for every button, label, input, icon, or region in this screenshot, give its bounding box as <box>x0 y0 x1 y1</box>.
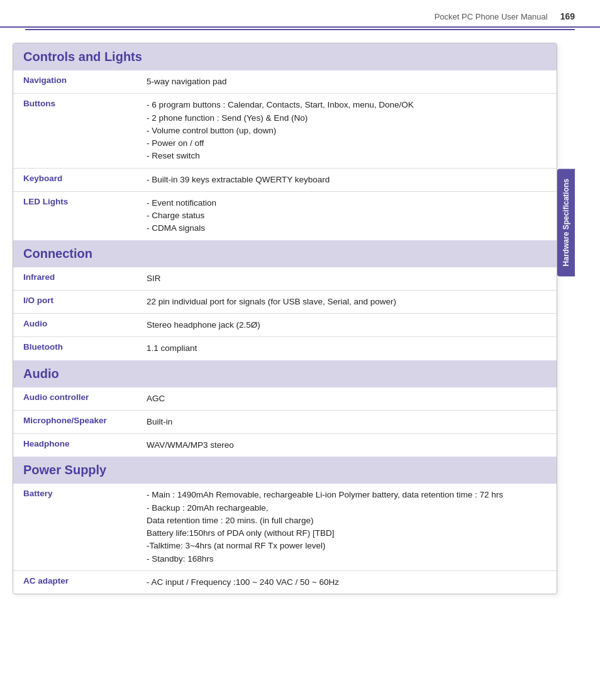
spec-label-connection-0: Infrared <box>13 267 139 291</box>
spec-label-connection-2: Audio <box>13 314 139 337</box>
sidebar-tab: Hardware Specifications <box>557 169 575 276</box>
spec-value-audio-1: Built-in <box>139 410 557 433</box>
spec-label-power-supply-0: Battery <box>13 484 139 570</box>
spec-table-power-supply: Battery- Main : 1490mAh Removable, recha… <box>13 484 557 594</box>
spec-value-connection-1: 22 pin individual port for signals (for … <box>139 290 557 313</box>
table-row: AudioStereo headphone jack (2.5Ø) <box>13 314 557 337</box>
spec-value-audio-0: AGC <box>139 387 557 411</box>
table-row: Microphone/SpeakerBuilt-in <box>13 410 557 433</box>
spec-label-controls-and-lights-1: Buttons <box>13 94 139 168</box>
table-row: Audio controllerAGC <box>13 387 557 411</box>
spec-label-connection-3: Bluetooth <box>13 337 139 360</box>
spec-value-line: - 6 program buttons : Calendar, Contacts… <box>147 99 549 111</box>
spec-value-controls-and-lights-0: 5-way navigation pad <box>139 70 557 94</box>
spec-value-controls-and-lights-2: - Built-in 39 keys extractable QWERTY ke… <box>139 168 557 191</box>
section-header-power-supply: Power Supply <box>13 457 557 484</box>
spec-value-connection-2: Stereo headphone jack (2.5Ø) <box>139 314 557 337</box>
section-header-connection: Connection <box>13 240 557 267</box>
page-number: 169 <box>560 11 575 21</box>
header-title: Pocket PC Phone User Manual <box>25 12 560 21</box>
section-header-audio: Audio <box>13 360 557 387</box>
table-row: AC adapter- AC input / Frequency :100 ~ … <box>13 570 557 594</box>
table-row: HeadphoneWAV/WMA/MP3 stereo <box>13 434 557 457</box>
spec-value-power-supply-1: - AC input / Frequency :100 ~ 240 VAC / … <box>139 570 557 594</box>
spec-label-connection-1: I/O port <box>13 290 139 313</box>
main-table: Controls and LightsNavigation5-way navig… <box>13 43 557 594</box>
spec-table-controls-and-lights: Navigation5-way navigation padButtons- 6… <box>13 70 557 240</box>
section-header-controls-and-lights: Controls and Lights <box>13 43 557 70</box>
spec-value-line: -Talktime: 3~4hrs (at normal RF Tx power… <box>147 540 549 552</box>
table-row: Bluetooth1.1 compliant <box>13 337 557 360</box>
spec-value-connection-3: 1.1 compliant <box>139 337 557 360</box>
spec-label-audio-1: Microphone/Speaker <box>13 410 139 433</box>
section-title-controls-and-lights: Controls and Lights <box>23 50 547 64</box>
spec-value-power-supply-0: - Main : 1490mAh Removable, rechargeable… <box>139 484 557 570</box>
spec-label-controls-and-lights-2: Keyboard <box>13 168 139 191</box>
section-title-power-supply: Power Supply <box>23 463 547 477</box>
spec-value-line: - Event notification <box>147 197 549 209</box>
spec-value-controls-and-lights-3: - Event notification- Charge status- CDM… <box>139 191 557 240</box>
spec-label-controls-and-lights-3: LED Lights <box>13 191 139 240</box>
spec-value-line: - Charge status <box>147 209 549 222</box>
spec-value-controls-and-lights-1: - 6 program buttons : Calendar, Contacts… <box>139 94 557 168</box>
spec-value-audio-2: WAV/WMA/MP3 stereo <box>139 434 557 457</box>
spec-label-controls-and-lights-0: Navigation <box>13 70 139 94</box>
content-area: Controls and LightsNavigation5-way navig… <box>0 30 600 607</box>
spec-table-audio: Audio controllerAGCMicrophone/SpeakerBui… <box>13 387 557 457</box>
spec-value-line: - Backup : 20mAh rechargeable, <box>147 502 549 514</box>
spec-value-line: - 2 phone function : Send (Yes) & End (N… <box>147 112 549 125</box>
spec-value-line: - Main : 1490mAh Removable, rechargeable… <box>147 489 549 501</box>
spec-value-line: - Volume control button (up, down) <box>147 125 549 137</box>
spec-value-line: - Standby: 168hrs <box>147 553 549 565</box>
table-row: Buttons- 6 program buttons : Calendar, C… <box>13 94 557 168</box>
spec-value-line: Data retention time : 20 mins. (in full … <box>147 514 549 527</box>
table-row: Navigation5-way navigation pad <box>13 70 557 94</box>
spec-label-power-supply-1: AC adapter <box>13 570 139 594</box>
table-row: Keyboard- Built-in 39 keys extractable Q… <box>13 168 557 191</box>
spec-value-line: - Power on / off <box>147 137 549 150</box>
spec-label-audio-2: Headphone <box>13 434 139 457</box>
table-row: I/O port22 pin individual port for signa… <box>13 290 557 313</box>
spec-label-audio-0: Audio controller <box>13 387 139 411</box>
spec-value-line: - CDMA signals <box>147 222 549 235</box>
section-title-audio: Audio <box>23 367 547 381</box>
spec-value-line: Battery life:150hrs of PDA only (without… <box>147 527 549 540</box>
table-row: LED Lights- Event notification- Charge s… <box>13 191 557 240</box>
table-row: InfraredSIR <box>13 267 557 291</box>
spec-value-line: - Reset switch <box>147 150 549 162</box>
spec-value-connection-0: SIR <box>139 267 557 291</box>
section-title-connection: Connection <box>23 247 547 261</box>
page-header: Pocket PC Phone User Manual 169 <box>0 0 600 28</box>
spec-table-connection: InfraredSIRI/O port22 pin individual por… <box>13 267 557 360</box>
table-row: Battery- Main : 1490mAh Removable, recha… <box>13 484 557 570</box>
